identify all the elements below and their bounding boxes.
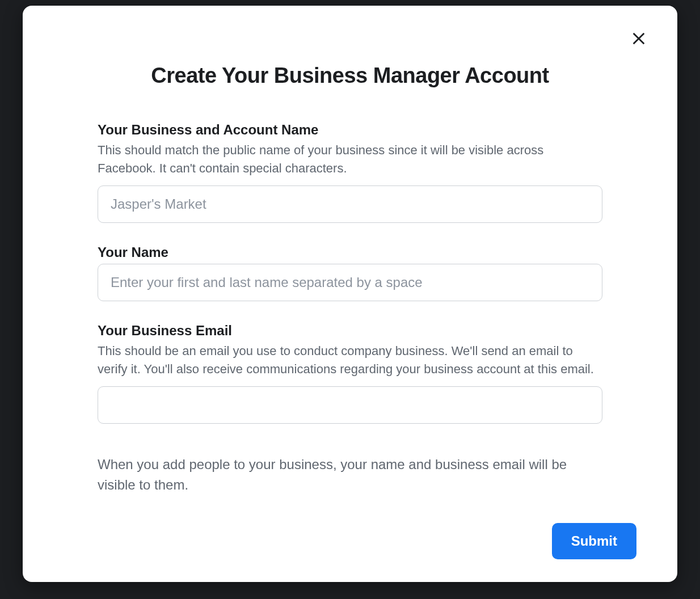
submit-button[interactable]: Submit xyxy=(552,523,636,559)
field-your-name: Your Name xyxy=(98,244,602,301)
business-name-input[interactable] xyxy=(98,185,602,223)
business-email-description: This should be an email you use to condu… xyxy=(98,342,602,378)
close-button[interactable] xyxy=(627,27,650,50)
business-email-label: Your Business Email xyxy=(98,323,602,339)
create-business-manager-modal: Create Your Business Manager Account You… xyxy=(23,6,677,582)
modal-title: Create Your Business Manager Account xyxy=(57,64,643,88)
modal-footer: Submit xyxy=(57,523,643,559)
your-name-label: Your Name xyxy=(98,244,602,260)
visibility-note: When you add people to your business, yo… xyxy=(98,454,602,495)
field-business-name: Your Business and Account Name This shou… xyxy=(98,122,602,223)
your-name-input[interactable] xyxy=(98,264,602,301)
business-name-label: Your Business and Account Name xyxy=(98,122,602,138)
business-name-description: This should match the public name of you… xyxy=(98,141,602,178)
form-area: Your Business and Account Name This shou… xyxy=(57,122,643,523)
field-business-email: Your Business Email This should be an em… xyxy=(98,323,602,424)
close-icon xyxy=(631,31,647,47)
business-email-input[interactable] xyxy=(98,386,602,424)
